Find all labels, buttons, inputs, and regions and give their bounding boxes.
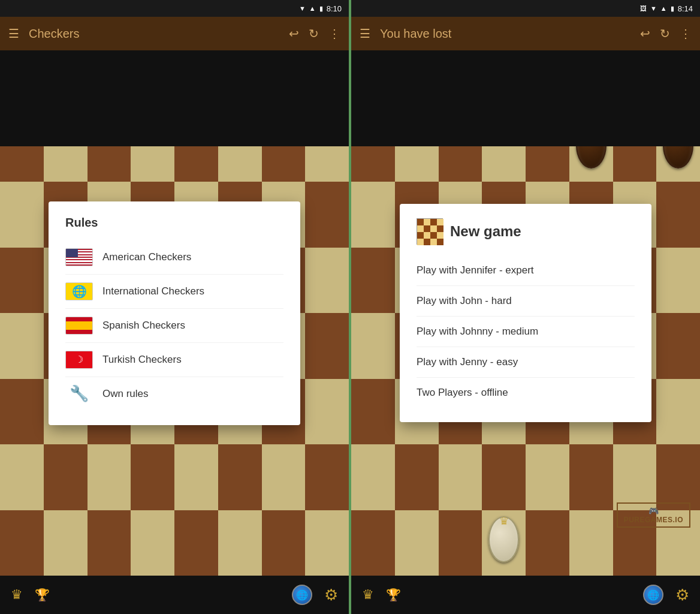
board-cell [439,510,482,576]
board-cell [395,444,439,510]
new-game-title: New game [450,223,521,240]
game-option-jennifer[interactable]: Play with Jennifer - expert [417,255,635,286]
board-cell [44,444,88,510]
wrench-icon: 🔧 [65,385,93,403]
rule-label-own: Own rules [102,388,149,400]
rule-item-own[interactable]: 🔧 Own rules [65,377,283,411]
board-cell [656,248,700,314]
board-cell [351,444,395,510]
right-toolbar: ☰ You have lost ↩ ↻ ⋮ [351,17,700,50]
board-cell [351,248,395,314]
board-cell [218,510,262,576]
left-redo-icon[interactable]: ↻ [309,26,319,41]
rule-item-spanish[interactable]: Spanish Checkers [65,309,283,343]
board-cell [305,510,349,576]
mini-board-cell [437,219,443,225]
board-cell [305,379,349,445]
left-top-black [0,50,349,146]
puregames-text: PUREGAMES.IO [624,516,683,524]
left-more-icon[interactable]: ⋮ [328,26,340,41]
new-game-modal[interactable]: New game Play with Jennifer - expert Pla… [400,204,651,422]
right-top-black [351,50,700,146]
right-redo-icon[interactable]: ↻ [660,26,670,41]
mini-board-cell [424,219,430,225]
right-globe-icon[interactable]: 🌐 [643,585,663,605]
left-panel: ▼ ▲ ▮ 8:10 ☰ Checkers ↩ ↻ ⋮ Rules [0,0,349,614]
board-cell [351,313,395,379]
board-cell [88,444,131,510]
board-cell [656,379,700,445]
game-option-john[interactable]: Play with John - hard [417,286,635,317]
board-cell [174,444,218,510]
right-menu-icon[interactable]: ☰ [360,26,370,41]
board-cell [305,313,349,379]
board-cell [569,510,613,576]
left-trophy-icon[interactable]: 🏆 [35,588,50,602]
flag-international: 🌐 [65,282,93,300]
board-cell [656,444,700,510]
mini-board-cell [437,239,443,245]
new-game-header: New game [417,218,635,245]
left-bottom-bar: ♛ 🏆 🌐 ⚙ [0,576,349,614]
board-cell [305,248,349,314]
puregames-watermark: 🎮 PUREGAMES.IO [617,502,690,528]
board-cell [656,313,700,379]
mini-board-cell [417,232,424,239]
mini-board-cell [430,225,437,232]
rules-title: Rules [65,216,283,230]
right-status-bar: 🖼 ▼ ▲ ▮ 8:14 [351,0,700,17]
board-cell [131,444,174,510]
board-cell [351,379,395,445]
left-time: 8:10 [327,4,342,13]
flag-spanish [65,317,93,335]
rules-modal[interactable]: Rules American Checkers 🌐 International … [49,201,300,425]
board-cell [613,444,657,510]
board-cell [0,313,44,379]
right-more-icon[interactable]: ⋮ [680,26,692,41]
rule-item-american[interactable]: American Checkers [65,240,283,275]
mini-board-cell [417,219,424,225]
board-cell [482,510,526,576]
right-crown-icon[interactable]: ♛ [362,587,374,603]
image-icon: 🖼 [640,5,647,12]
left-status-bar: ▼ ▲ ▮ 8:10 [0,0,349,17]
mini-board-cell [430,239,437,245]
board-cell [131,510,174,576]
board-cell [305,444,349,510]
board-cell [262,444,306,510]
right-undo-icon[interactable]: ↩ [640,26,650,41]
left-board: Rules American Checkers 🌐 International … [0,50,349,576]
left-undo-icon[interactable]: ↩ [289,26,299,41]
board-cell [569,444,613,510]
puregames-icon: 🎮 [648,506,659,516]
flag-us [65,248,93,266]
mini-board-cell [417,225,424,232]
right-trophy-icon[interactable]: 🏆 [386,588,401,602]
left-globe-icon[interactable]: 🌐 [292,585,312,605]
left-menu-icon[interactable]: ☰ [8,26,19,41]
board-cell [526,444,569,510]
left-crown-icon[interactable]: ♛ [11,587,23,603]
board-cell [0,444,44,510]
board-cell [0,379,44,445]
game-option-johnny[interactable]: Play with Johnny - medium [417,317,635,347]
right-wifi-icon: ▼ [650,5,657,12]
left-gear-icon[interactable]: ⚙ [324,586,338,604]
rule-label-international: International Checkers [102,285,204,297]
board-cell [305,182,349,248]
right-signal-icon: ▲ [660,5,667,12]
left-toolbar: ☰ Checkers ↩ ↻ ⋮ [0,17,349,50]
board-cell [262,510,306,576]
right-board: New game Play with Jennifer - expert Pla… [351,50,700,576]
game-option-jenny[interactable]: Play with Jenny - easy [417,347,635,378]
rule-item-turkish[interactable]: ☽ Turkish Checkers [65,343,283,377]
mini-board-cell [424,232,430,239]
right-gear-icon[interactable]: ⚙ [675,586,689,604]
mini-board-cell [417,239,424,245]
right-panel: 🖼 ▼ ▲ ▮ 8:14 ☰ You have lost ↩ ↻ ⋮ New g… [351,0,700,614]
board-cell [174,510,218,576]
checkers-board-icon [417,218,443,245]
rule-item-international[interactable]: 🌐 International Checkers [65,275,283,309]
board-cell [395,510,439,576]
game-option-twoplayers[interactable]: Two Players - offline [417,378,635,408]
